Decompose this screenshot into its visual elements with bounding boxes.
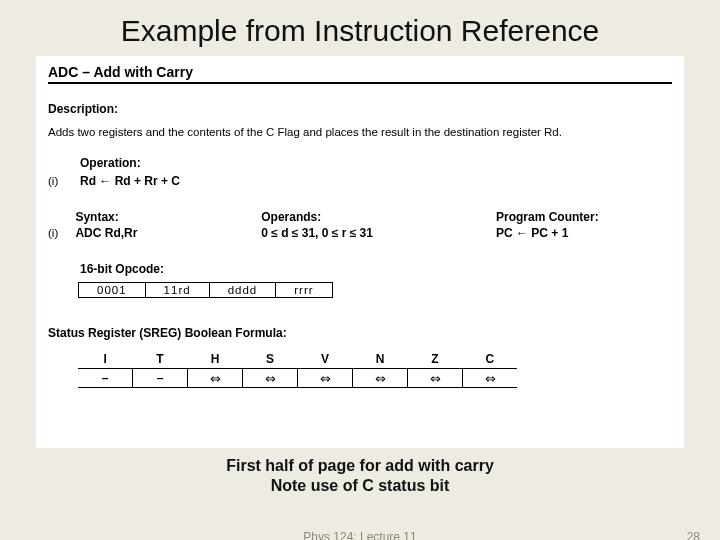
pc-value: PC ← PC + 1 [496, 224, 672, 240]
operands-value: 0 ≤ d ≤ 31, 0 ≤ r ≤ 31 [261, 224, 496, 240]
sreg-table: I T H S V N Z C – – ⇔ ⇔ ⇔ ⇔ ⇔ ⇔ [78, 350, 517, 388]
reference-panel: ADC – Add with Carry Description: Adds t… [36, 56, 684, 448]
description-text: Adds two registers and the contents of t… [48, 126, 672, 138]
opcode-label: 16-bit Opcode: [48, 262, 672, 276]
opcode-cell: 0001 [79, 283, 146, 298]
sreg-value: – [133, 369, 188, 388]
sreg-header: V [298, 350, 353, 369]
operation-roman: (i) [48, 175, 76, 187]
opcode-cell: rrrr [276, 283, 332, 298]
operation-block: Operation: (i) Rd ← Rd + Rr + C [48, 156, 672, 188]
operation-formula: Rd ← Rd + Rr + C [76, 172, 672, 188]
caption: First half of page for add with carry No… [0, 456, 720, 496]
sreg-value: ⇔ [298, 369, 353, 388]
page-title: Example from Instruction Reference [0, 0, 720, 48]
sreg-header: S [243, 350, 298, 369]
sreg-header: N [353, 350, 408, 369]
operation-label: Operation: [48, 156, 672, 170]
description-label: Description: [48, 102, 672, 116]
slide: Example from Instruction Reference ADC –… [0, 0, 720, 540]
caption-line-2: Note use of C status bit [271, 477, 450, 494]
operands-label: Operands: [261, 210, 496, 224]
sreg-value: ⇔ [408, 369, 463, 388]
pc-label: Program Counter: [496, 210, 672, 224]
syntax-label: Syntax: [75, 210, 261, 224]
opcode-cell: 11rd [145, 283, 209, 298]
sreg-value: ⇔ [463, 369, 518, 388]
instruction-header: ADC – Add with Carry [48, 64, 672, 84]
caption-line-1: First half of page for add with carry [226, 457, 494, 474]
sreg-header: C [463, 350, 518, 369]
sreg-header: I [78, 350, 133, 369]
opcode-table: 0001 11rd dddd rrrr [78, 282, 333, 298]
syntax-value: ADC Rd,Rr [75, 224, 261, 240]
sreg-header: H [188, 350, 243, 369]
page-number: 28 [687, 530, 700, 540]
opcode-cell: dddd [209, 283, 276, 298]
sreg-header: Z [408, 350, 463, 369]
footer-center: Phys 124: Lecture 11 [0, 530, 720, 540]
syntax-roman: (i) [48, 227, 75, 240]
sreg-value: ⇔ [353, 369, 408, 388]
sreg-value: ⇔ [243, 369, 298, 388]
sreg-value: – [78, 369, 133, 388]
sreg-label: Status Register (SREG) Boolean Formula: [48, 326, 672, 340]
sreg-header: T [133, 350, 188, 369]
syntax-row: (i) Syntax: ADC Rd,Rr Operands: 0 ≤ d ≤ … [48, 210, 672, 240]
sreg-value: ⇔ [188, 369, 243, 388]
